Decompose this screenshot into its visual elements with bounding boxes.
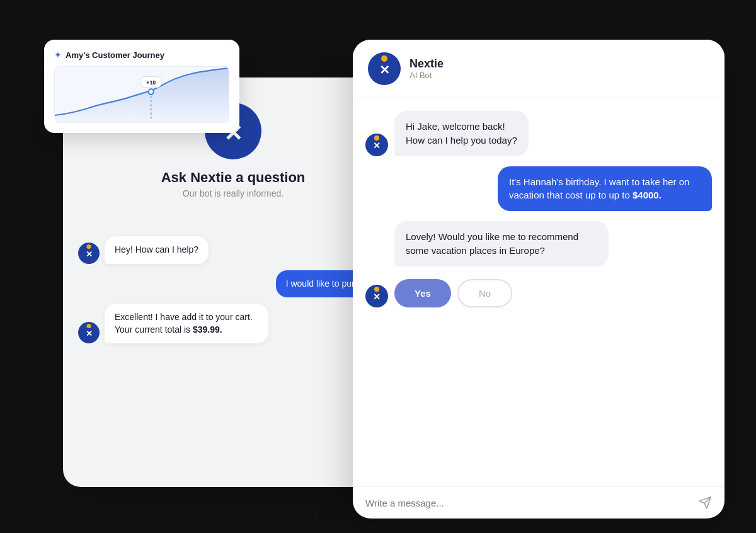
ask-title: Ask Nextie a question (161, 169, 306, 186)
msg-avatar-1: ✕ (365, 134, 388, 156)
no-button[interactable]: No (457, 279, 512, 307)
journey-card-title: Amy's Customer Journey (66, 50, 164, 60)
journey-card-header: ✦ Amy's Customer Journey (54, 50, 229, 60)
journey-card: ✦ Amy's Customer Journey (44, 40, 239, 133)
chat-header: ✕ Nextie AI Bot (353, 40, 724, 98)
small-bot-avatar-2: ✕ (78, 322, 100, 343)
chat-input[interactable] (365, 498, 690, 508)
msg-bubble-1: Hi Jake, welcome back!How can I help you… (394, 111, 529, 156)
left-bot-bubble-1: Hey! How can I help? (105, 236, 209, 264)
svg-point-1 (149, 89, 154, 95)
left-bot-msg-2: ✕ Excellent! I have add it to your cart.… (78, 304, 388, 343)
svg-text:+10: +10 (146, 79, 156, 86)
chat-input-bar (353, 486, 724, 519)
msg-row-2: It's Hannah's birthday. I want to take h… (365, 166, 712, 212)
right-chat-panel: ✕ Nextie AI Bot ✕ Hi Jake, welcome back!… (353, 40, 724, 519)
msg-row-3: ✕ Lovely! Would you like me to recommend… (365, 221, 712, 307)
left-bot-msg-1: ✕ Hey! How can I help? (78, 236, 388, 264)
yes-no-row: Yes No (394, 279, 609, 307)
msg-bubble-3: Lovely! Would you like me to recommend s… (394, 221, 609, 266)
send-icon (698, 496, 712, 510)
left-bot-bubble-2: Excellent! I have add it to your cart. Y… (105, 304, 268, 343)
chat-messages: ✕ Hi Jake, welcome back!How can I help y… (353, 98, 724, 486)
bot-role: AI Bot (410, 71, 444, 80)
header-avatar-x: ✕ (379, 62, 390, 77)
msg-avatar-3: ✕ (365, 285, 388, 307)
journey-chart: +10 (54, 66, 229, 123)
left-messages: ✕ Hey! How can I help? I would like to p… (63, 224, 403, 356)
msg-row-1: ✕ Hi Jake, welcome back!How can I help y… (365, 111, 712, 156)
avatar-dot (374, 287, 379, 292)
avatar-x: ✕ (86, 249, 93, 259)
msg-bubble-2: It's Hannah's birthday. I want to take h… (498, 166, 712, 212)
avatar-dot (87, 244, 91, 249)
avatar-x: ✕ (373, 140, 381, 151)
avatar-dot (87, 324, 91, 328)
avatar-x: ✕ (373, 292, 381, 302)
header-avatar: ✕ (368, 52, 401, 85)
header-info: Nextie AI Bot (410, 57, 444, 80)
left-chat-panel: ✕ Ask Nextie a question Our bot is reall… (63, 77, 403, 487)
header-avatar-dot (381, 55, 387, 62)
sparkle-icon: ✦ (54, 50, 62, 60)
avatar-x: ✕ (86, 329, 93, 338)
bot-name: Nextie (410, 57, 444, 71)
left-user-msg-1: I would like to purchase (78, 270, 388, 298)
send-button[interactable] (698, 496, 712, 510)
small-bot-avatar-1: ✕ (78, 243, 100, 264)
avatar-dot (374, 135, 379, 140)
yes-button[interactable]: Yes (394, 279, 451, 307)
ask-subtitle: Our bot is really informed. (183, 188, 284, 198)
